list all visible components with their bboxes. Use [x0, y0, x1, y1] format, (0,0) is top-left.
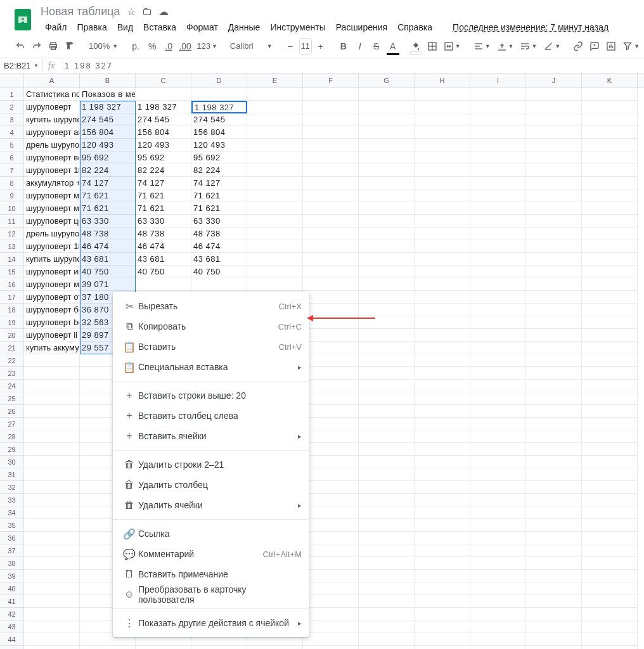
row-header[interactable]: 40	[0, 582, 24, 595]
cell[interactable]: купить аккумул	[24, 342, 80, 354]
cell[interactable]: 63 330	[136, 215, 191, 228]
cell[interactable]	[582, 570, 638, 582]
cell[interactable]: 43 681	[191, 253, 247, 266]
cell[interactable]	[359, 215, 415, 228]
cell[interactable]	[415, 316, 470, 329]
cell[interactable]	[303, 519, 359, 532]
cell[interactable]: 43 681	[80, 253, 136, 266]
increase-decimal-button[interactable]: .00	[177, 38, 193, 55]
col-header-A[interactable]: A	[24, 74, 80, 87]
cell[interactable]	[247, 646, 303, 649]
cell[interactable]	[24, 557, 80, 570]
cell[interactable]	[359, 430, 415, 443]
cell[interactable]	[582, 126, 638, 139]
wrap-button[interactable]: ▼	[517, 39, 539, 54]
row-header[interactable]: 19	[0, 316, 24, 329]
cell[interactable]	[24, 633, 80, 646]
row-header[interactable]: 7	[0, 164, 24, 177]
cell[interactable]: 274 545	[191, 113, 247, 126]
cell[interactable]	[247, 126, 303, 139]
cell[interactable]	[359, 151, 415, 164]
menu-view[interactable]: Вид	[113, 20, 138, 35]
cell[interactable]	[526, 316, 582, 329]
cell[interactable]	[526, 228, 582, 240]
cell[interactable]: шуруповерт 18	[24, 164, 80, 177]
cell[interactable]	[415, 342, 470, 354]
row-header[interactable]: 30	[0, 456, 24, 468]
cell[interactable]	[526, 430, 582, 443]
redo-button[interactable]	[29, 38, 44, 55]
row-header[interactable]: 36	[0, 532, 24, 544]
cell[interactable]	[415, 494, 470, 506]
cell[interactable]	[136, 278, 191, 291]
font-size-inc[interactable]: +	[313, 38, 328, 55]
cell[interactable]	[526, 532, 582, 544]
cell[interactable]	[359, 228, 415, 240]
cell[interactable]	[303, 190, 359, 202]
cell[interactable]	[582, 215, 638, 228]
row-header[interactable]: 2	[0, 101, 24, 113]
row-header[interactable]: 9	[0, 190, 24, 202]
cell[interactable]	[582, 532, 638, 544]
cell[interactable]	[470, 291, 526, 304]
cell[interactable]: 120 493	[191, 139, 247, 151]
filter-button[interactable]: ▼	[620, 39, 642, 54]
cell[interactable]	[24, 595, 80, 608]
row-header[interactable]: 10	[0, 202, 24, 215]
undo-button[interactable]	[13, 38, 28, 55]
row-header[interactable]: 28	[0, 430, 24, 443]
cell[interactable]: 71 621	[80, 202, 136, 215]
cell[interactable]: шуруповерт цен	[24, 215, 80, 228]
cell[interactable]	[303, 418, 359, 430]
cell[interactable]	[359, 481, 415, 494]
cell[interactable]	[582, 443, 638, 456]
cell[interactable]	[24, 354, 80, 367]
menu-tools[interactable]: Инструменты	[266, 20, 330, 35]
menu-file[interactable]: Файл	[41, 20, 71, 35]
cell[interactable]	[247, 228, 303, 240]
cell[interactable]	[415, 646, 470, 649]
number-format-select[interactable]: 123▼	[194, 39, 220, 53]
cell[interactable]: 95 692	[191, 151, 247, 164]
cell[interactable]	[303, 240, 359, 253]
cell[interactable]: шуруповерт бош	[24, 304, 80, 316]
cell[interactable]	[582, 418, 638, 430]
cell[interactable]	[359, 456, 415, 468]
cell[interactable]	[415, 190, 470, 202]
cell[interactable]	[526, 582, 582, 595]
cell[interactable]	[24, 608, 80, 620]
cell[interactable]	[470, 544, 526, 557]
cell[interactable]	[359, 519, 415, 532]
font-size-input[interactable]: 11	[299, 38, 312, 55]
cell[interactable]	[359, 177, 415, 190]
cell[interactable]	[582, 544, 638, 557]
cell[interactable]: дрель шурупове	[24, 228, 80, 240]
cell[interactable]	[415, 418, 470, 430]
cell[interactable]	[470, 278, 526, 291]
cell[interactable]: 71 621	[136, 202, 191, 215]
col-header-H[interactable]: H	[415, 74, 470, 87]
row-header[interactable]: 33	[0, 494, 24, 506]
cell[interactable]	[470, 494, 526, 506]
cell[interactable]: Статистика по с	[24, 88, 80, 101]
cell[interactable]	[359, 329, 415, 342]
cell[interactable]	[24, 646, 80, 649]
cell[interactable]	[470, 468, 526, 481]
cell[interactable]: купить шурупов	[24, 113, 80, 126]
row-header[interactable]: 44	[0, 633, 24, 646]
cell[interactable]	[359, 468, 415, 481]
select-all-corner[interactable]	[0, 74, 24, 87]
row-header[interactable]: 29	[0, 443, 24, 456]
menu-help[interactable]: Справка	[393, 20, 437, 35]
cell[interactable]	[415, 139, 470, 151]
cell[interactable]	[582, 519, 638, 532]
ctx-cut[interactable]: ✂ Вырезать Ctrl+X	[113, 296, 309, 316]
row-header[interactable]: 37	[0, 544, 24, 557]
cell[interactable]	[24, 468, 80, 481]
cell[interactable]	[415, 608, 470, 620]
valign-button[interactable]: ▼	[494, 39, 517, 54]
cell[interactable]	[415, 380, 470, 392]
cell[interactable]	[470, 532, 526, 544]
cell[interactable]	[247, 151, 303, 164]
cell[interactable]: дрель шурупове	[24, 139, 80, 151]
